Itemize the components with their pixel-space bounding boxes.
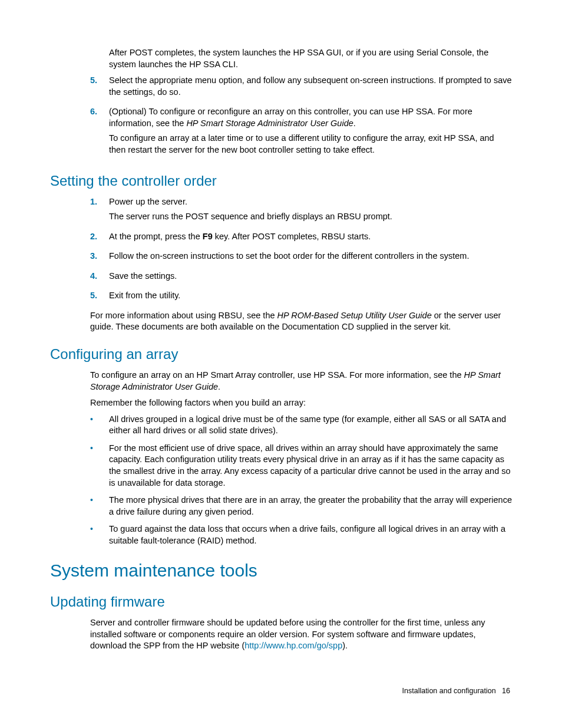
list-item: 5.Exit from the utility. [90,290,512,305]
heading-updating-firmware: Updating firmware [50,594,512,610]
list-number: 5. [90,290,109,305]
list-paragraph: Exit from the utility. [109,290,512,302]
list-number: 1. [90,196,109,226]
sec2-p2: Remember the following factors when you … [90,397,512,409]
sec2-bullet-list: •All drives grouped in a logical drive m… [90,414,512,547]
bullet-text: For the most efficient use of drive spac… [109,443,512,489]
list-item: 1.Power up the server.The server runs th… [90,196,512,226]
sec3-body: Server and controller firmware should be… [90,617,512,652]
bullet-icon: • [90,443,109,489]
sec2-body: To configure an array on an HP Smart Arr… [90,370,512,409]
bullet-text: All drives grouped in a logical drive mu… [109,414,512,437]
bullet-item: •All drives grouped in a logical drive m… [90,414,512,437]
list-item: 5.Select the appropriate menu option, an… [90,75,512,101]
list-number: 2. [90,231,109,246]
bullet-text: To guard against the data loss that occu… [109,523,512,546]
list-item: 2.At the prompt, press the F9 key. After… [90,231,512,246]
bullet-icon: • [90,523,109,546]
list-paragraph: Follow the on-screen instructions to set… [109,251,512,262]
intro-paragraph-block: After POST completes, the system launche… [109,47,512,70]
list-body: At the prompt, press the F9 key. After P… [109,231,512,246]
footer-section: Installation and configuration [402,687,496,695]
list-paragraph: At the prompt, press the F9 key. After P… [109,231,512,243]
list-number: 3. [90,251,109,266]
page-footer: Installation and configuration 16 [402,687,510,695]
list-paragraph: The server runs the POST sequence and br… [109,211,512,223]
page: After POST completes, the system launche… [0,0,562,728]
list-body: Exit from the utility. [109,290,512,305]
sec1-after-block: For more information about using RBSU, s… [90,310,512,333]
list-item: 6.(Optional) To configure or reconfigure… [90,106,512,159]
bullet-item: •The more physical drives that there are… [90,495,512,518]
list-paragraph: Save the settings. [109,271,512,282]
bullet-icon: • [90,495,109,518]
intro-ordered-list: 5.Select the appropriate menu option, an… [90,75,512,159]
list-paragraph: To configure an array at a later time or… [109,133,512,156]
sec3-paragraph: Server and controller firmware should be… [90,617,512,652]
list-item: 4.Save the settings. [90,271,512,286]
heading-configuring-array: Configuring an array [50,346,512,363]
list-body: Save the settings. [109,271,512,286]
list-paragraph: Power up the server. [109,196,512,208]
bullet-icon: • [90,414,109,437]
heading-system-maintenance-tools: System maintenance tools [50,561,512,581]
list-number: 4. [90,271,109,286]
list-number: 6. [90,106,109,159]
footer-page-number: 16 [502,687,510,695]
bullet-item: •For the most efficient use of drive spa… [90,443,512,489]
bullet-item: •To guard against the data loss that occ… [90,523,512,546]
sec1-after-paragraph: For more information about using RBSU, s… [90,310,512,333]
list-item: 3.Follow the on-screen instructions to s… [90,251,512,266]
list-number: 5. [90,75,109,101]
list-body: (Optional) To configure or reconfigure a… [109,106,512,159]
bullet-text: The more physical drives that there are … [109,495,512,518]
heading-setting-controller-order: Setting the controller order [50,173,512,189]
list-paragraph: (Optional) To configure or reconfigure a… [109,106,512,129]
sec1-ordered-list: 1.Power up the server.The server runs th… [90,196,512,305]
intro-paragraph: After POST completes, the system launche… [109,47,512,70]
list-body: Follow the on-screen instructions to set… [109,251,512,266]
sec2-p1: To configure an array on an HP Smart Arr… [90,370,512,393]
list-body: Select the appropriate menu option, and … [109,75,512,101]
list-body: Power up the server.The server runs the … [109,196,512,226]
list-paragraph: Select the appropriate menu option, and … [109,75,512,98]
